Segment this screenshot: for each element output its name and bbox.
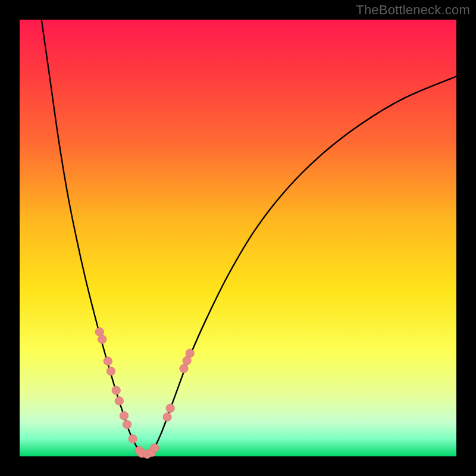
- curve-layer: [20, 20, 456, 456]
- marker-dot: [98, 335, 107, 343]
- bottleneck-curves: [42, 20, 456, 454]
- marker-dot: [163, 413, 171, 421]
- marker-dot: [180, 364, 188, 372]
- marker-dot: [151, 444, 159, 452]
- marker-dot: [186, 349, 194, 358]
- watermark-text: TheBottleneck.com: [356, 2, 470, 18]
- marker-dot: [123, 420, 131, 428]
- curve-left-curve: [42, 20, 141, 454]
- marker-dot: [120, 412, 128, 420]
- marker-dot: [129, 434, 137, 443]
- marker-dot: [115, 397, 123, 405]
- marker-dot: [166, 404, 174, 412]
- curve-right-curve: [151, 76, 456, 453]
- marker-dot: [104, 357, 112, 365]
- marker-dot: [112, 386, 120, 394]
- gradient-plot-area: [20, 20, 456, 456]
- data-markers: [95, 328, 194, 459]
- chart-frame: TheBottleneck.com: [0, 0, 476, 476]
- marker-dot: [107, 367, 115, 375]
